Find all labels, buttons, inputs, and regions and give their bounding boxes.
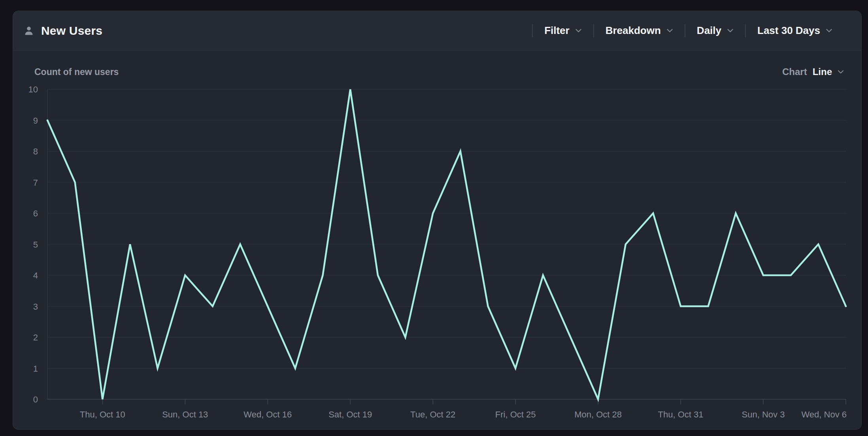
x-axis-label: Mon, Oct 28 [574, 410, 622, 419]
y-axis-label: 7 [33, 178, 38, 188]
y-axis-label: 6 [33, 209, 38, 218]
x-axis-label: Tue, Oct 22 [410, 410, 455, 419]
x-axis-label: Sat, Oct 19 [328, 410, 372, 419]
line-chart: 012345678910Thu, Oct 10Sun, Oct 13Wed, O… [0, 0, 868, 436]
x-axis-label: Wed, Nov 6 [801, 410, 847, 419]
y-axis-label: 9 [33, 116, 38, 126]
y-axis-label: 2 [33, 333, 38, 342]
y-axis-label: 8 [33, 147, 38, 156]
y-axis-label: 10 [28, 85, 38, 94]
x-axis-label: Wed, Oct 16 [243, 410, 292, 419]
x-axis-label: Sun, Nov 3 [742, 410, 785, 419]
x-axis-label: Sun, Oct 13 [162, 410, 208, 419]
y-axis-label: 4 [33, 271, 38, 280]
y-axis-label: 0 [33, 395, 38, 404]
dashboard: New Users Filter Breakdown Daily [0, 0, 868, 436]
x-axis-label: Thu, Oct 31 [658, 410, 704, 419]
x-axis-label: Fri, Oct 25 [495, 410, 536, 419]
y-axis-label: 3 [33, 302, 38, 312]
y-axis-label: 1 [33, 364, 38, 374]
y-axis-label: 5 [33, 240, 38, 250]
x-axis-label: Thu, Oct 10 [80, 410, 125, 419]
